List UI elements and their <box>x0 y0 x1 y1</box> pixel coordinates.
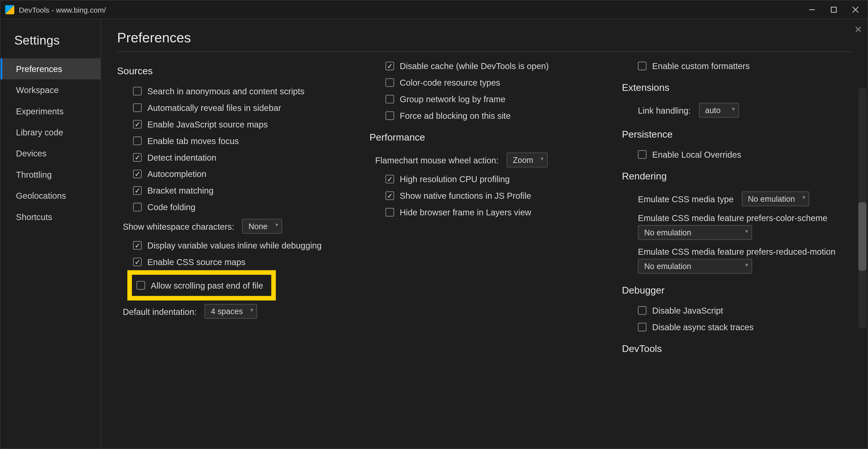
close-button[interactable] <box>851 6 859 13</box>
checkbox[interactable] <box>385 95 394 103</box>
checkbox[interactable] <box>638 150 647 159</box>
color-scheme-select[interactable]: No emulation <box>638 225 752 240</box>
col-sources: Sources Search in anonymous and content … <box>117 58 347 442</box>
label: Flamechart mouse wheel action: <box>375 155 498 165</box>
label: Force ad blocking on this site <box>400 111 511 121</box>
scrollbar-thumb[interactable] <box>858 202 866 271</box>
checkbox[interactable] <box>638 323 647 331</box>
pref-whitespace: Show whitespace characters: None <box>117 215 347 237</box>
sidebar-item-preferences[interactable]: Preferences <box>0 58 100 79</box>
pref-scroll-past-eof[interactable]: Allow scrolling past end of file <box>134 277 263 294</box>
checkbox[interactable] <box>133 203 142 211</box>
pref-search-anonymous[interactable]: Search in anonymous and content scripts <box>117 83 347 99</box>
section-extensions: Extensions <box>622 82 851 94</box>
minimize-button[interactable] <box>808 6 816 13</box>
pref-high-res-cpu[interactable]: High resolution CPU profiling <box>369 171 599 187</box>
media-type-select[interactable]: No emulation <box>742 191 809 206</box>
checkbox[interactable] <box>133 258 142 266</box>
pref-autocompletion[interactable]: Autocompletion <box>117 166 347 182</box>
checkbox[interactable] <box>385 62 394 70</box>
pref-tab-focus[interactable]: Enable tab moves focus <box>117 132 347 149</box>
label: Enable Local Overrides <box>652 150 741 159</box>
checkbox[interactable] <box>133 103 142 112</box>
checkbox[interactable] <box>136 281 145 290</box>
checkbox[interactable] <box>385 191 394 200</box>
sidebar-item-geolocations[interactable]: Geolocations <box>0 185 100 206</box>
sidebar-item-devices[interactable]: Devices <box>0 143 100 164</box>
label: Display variable values inline while deb… <box>147 241 321 250</box>
checkbox[interactable] <box>133 87 142 95</box>
label: Enable JavaScript source maps <box>147 119 268 129</box>
col-network-perf: Disable cache (while DevTools is open) C… <box>369 58 599 442</box>
maximize-button[interactable] <box>830 6 838 13</box>
pref-local-overrides[interactable]: Enable Local Overrides <box>622 146 851 163</box>
pref-auto-reveal[interactable]: Automatically reveal files in sidebar <box>117 99 347 116</box>
checkbox[interactable] <box>385 78 394 87</box>
label: Default indentation: <box>123 306 196 316</box>
checkbox[interactable] <box>133 137 142 145</box>
label: Show whitespace characters: <box>123 221 234 231</box>
pref-emulate-reduced-motion: Emulate CSS media feature prefers-reduce… <box>622 243 851 277</box>
pref-native-functions[interactable]: Show native functions in JS Profile <box>369 187 599 204</box>
pref-custom-formatters[interactable]: Enable custom formatters <box>622 58 851 74</box>
divider <box>117 52 851 52</box>
label: Autocompletion <box>147 169 206 179</box>
checkbox[interactable] <box>638 62 647 70</box>
flamechart-wheel-select[interactable]: Zoom <box>506 152 548 167</box>
pref-force-adblock[interactable]: Force ad blocking on this site <box>369 108 599 124</box>
sidebar-item-workspace[interactable]: Workspace <box>0 80 100 100</box>
checkbox[interactable] <box>133 170 142 178</box>
reduced-motion-select[interactable]: No emulation <box>638 259 752 274</box>
pref-hide-browser-frame[interactable]: Hide browser frame in Layers view <box>369 204 599 220</box>
link-handling-select[interactable]: auto <box>699 103 739 118</box>
col-right: Enable custom formatters Extensions Link… <box>622 58 851 442</box>
pref-css-source-maps[interactable]: Enable CSS source maps <box>117 254 347 270</box>
label: Emulate CSS media feature prefers-reduce… <box>638 247 836 257</box>
checkbox[interactable] <box>133 186 142 195</box>
pref-code-folding[interactable]: Code folding <box>117 199 347 215</box>
sidebar-item-library-code[interactable]: Library code <box>0 122 100 143</box>
whitespace-select[interactable]: None <box>242 219 282 234</box>
checkbox[interactable] <box>385 111 394 120</box>
settings-title: Settings <box>0 30 100 58</box>
preferences-columns: Sources Search in anonymous and content … <box>117 58 851 442</box>
devtools-window: DevTools - www.bing.com/ Settings Prefer… <box>0 0 868 449</box>
pref-disable-cache[interactable]: Disable cache (while DevTools is open) <box>369 58 599 74</box>
pref-bracket-matching[interactable]: Bracket matching <box>117 182 347 199</box>
label: Show native functions in JS Profile <box>400 191 531 201</box>
checkbox[interactable] <box>133 241 142 250</box>
sidebar-item-throttling[interactable]: Throttling <box>0 164 100 185</box>
preferences-content: ✕ Preferences Sources Search in anonymou… <box>101 19 868 448</box>
window-controls <box>808 6 860 13</box>
titlebar: DevTools - www.bing.com/ <box>0 0 868 19</box>
label: Disable cache (while DevTools is open) <box>400 61 549 71</box>
pref-group-by-frame[interactable]: Group network log by frame <box>369 91 599 108</box>
label: Enable custom formatters <box>652 61 750 71</box>
checkbox[interactable] <box>133 120 142 129</box>
checkbox[interactable] <box>638 306 647 315</box>
pref-color-code-resources[interactable]: Color-code resource types <box>369 74 599 91</box>
sidebar-item-shortcuts[interactable]: Shortcuts <box>0 206 100 227</box>
highlight-allow-scrolling: Allow scrolling past end of file <box>127 270 276 300</box>
default-indent-select[interactable]: 4 spaces <box>205 304 257 319</box>
label: Disable JavaScript <box>652 306 723 315</box>
pref-link-handling: Link handling: auto <box>622 99 851 121</box>
pref-disable-async-stack[interactable]: Disable async stack traces <box>622 319 851 335</box>
section-sources: Sources <box>117 66 347 77</box>
close-settings-icon[interactable]: ✕ <box>855 24 862 35</box>
checkbox[interactable] <box>385 175 394 183</box>
pref-disable-js[interactable]: Disable JavaScript <box>622 302 851 319</box>
label: Automatically reveal files in sidebar <box>147 103 281 112</box>
pref-var-inline[interactable]: Display variable values inline while deb… <box>117 237 347 254</box>
pref-js-source-maps[interactable]: Enable JavaScript source maps <box>117 116 347 133</box>
section-devtools: DevTools <box>622 343 851 355</box>
sidebar-item-experiments[interactable]: Experiments <box>0 100 100 122</box>
pref-detect-indent[interactable]: Detect indentation <box>117 149 347 166</box>
pref-emulate-color-scheme: Emulate CSS media feature prefers-color-… <box>622 210 851 243</box>
checkbox[interactable] <box>385 208 394 217</box>
label: Bracket matching <box>147 186 213 195</box>
window-title: DevTools - www.bing.com/ <box>19 5 808 14</box>
checkbox[interactable] <box>133 153 142 162</box>
label: Enable CSS source maps <box>147 257 245 267</box>
label: Hide browser frame in Layers view <box>400 207 531 217</box>
